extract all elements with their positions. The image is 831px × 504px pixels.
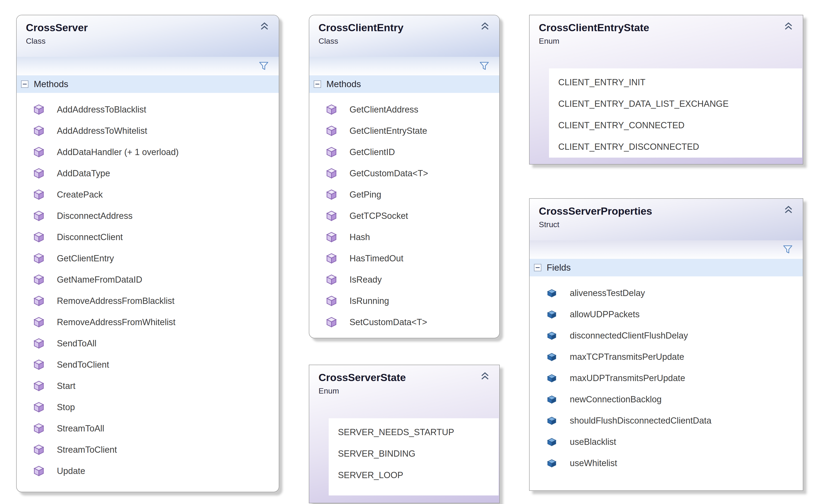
class-box-crosscliententry[interactable]: CrossClientEntry Class Methods GetClient… (309, 15, 500, 338)
section-header-fields[interactable]: Fields (529, 259, 803, 276)
collapse-chevron-icon[interactable] (480, 371, 490, 381)
method-row-label: SendToClient (57, 360, 109, 370)
method-row[interactable]: CreatePack (17, 184, 279, 205)
method-icon (326, 168, 337, 179)
method-row[interactable]: GetClientAddress (309, 99, 499, 120)
method-row-label: IsRunning (349, 296, 389, 306)
struct-box-crossserverproperties[interactable]: CrossServerProperties Struct Fields aliv… (529, 198, 803, 491)
method-icon (33, 253, 45, 264)
field-row-label: newConnectionBacklog (570, 394, 662, 405)
method-icon (326, 189, 337, 200)
filter-icon[interactable] (479, 61, 490, 71)
enum-value-row-label: SERVER_LOOP (338, 470, 403, 480)
field-row[interactable]: alivenessTestDelay (529, 283, 803, 304)
enum-value-row[interactable]: SERVER_NEEDS_STARTUP (338, 421, 498, 443)
method-row[interactable]: AddDataHandler (+ 1 overload) (17, 142, 279, 163)
method-row[interactable]: GetNameFromDataID (17, 269, 279, 290)
enum-box-crossserverstate[interactable]: CrossServerState Enum SERVER_NEEDS_START… (309, 365, 500, 503)
method-row[interactable]: StreamToClient (17, 439, 279, 460)
method-row[interactable]: SendToClient (17, 354, 279, 375)
method-row[interactable]: IsReady (309, 269, 499, 290)
method-icon (33, 466, 45, 476)
box-header[interactable]: CrossServerProperties Struct (529, 199, 803, 240)
method-row[interactable]: GetClientID (309, 142, 499, 163)
box-header[interactable]: CrossClientEntry Class (309, 15, 499, 57)
method-row[interactable]: GetClientEntryState (309, 120, 499, 142)
section-header-methods[interactable]: Methods (309, 75, 499, 93)
box-header[interactable]: CrossClientEntryState Enum (529, 15, 803, 61)
box-kind: Class (26, 36, 279, 46)
field-icon (546, 351, 557, 362)
enum-value-row[interactable]: CLIENT_ENTRY_CONNECTED (558, 115, 802, 136)
method-icon (33, 359, 45, 370)
method-row-label: GetTCPSocket (349, 211, 408, 221)
filter-row (309, 57, 499, 75)
method-row[interactable]: GetTCPSocket (309, 205, 499, 227)
enum-value-row[interactable]: CLIENT_ENTRY_DATA_LIST_EXCHANGE (558, 93, 802, 115)
method-row[interactable]: StreamToAll (17, 418, 279, 439)
field-row[interactable]: disconnectedClientFlushDelay (529, 325, 803, 346)
box-header[interactable]: CrossServer Class (17, 15, 279, 57)
method-row[interactable]: HasTimedOut (309, 248, 499, 269)
method-row[interactable]: GetPing (309, 184, 499, 205)
method-row[interactable]: GetCustomData<T> (309, 163, 499, 184)
method-row[interactable]: SendToAll (17, 333, 279, 354)
field-row[interactable]: shouldFlushDisconnectedClientData (529, 410, 803, 431)
method-icon (33, 317, 45, 328)
enum-value-row[interactable]: CLIENT_ENTRY_DISCONNECTED (558, 136, 802, 157)
collapse-chevron-icon[interactable] (259, 21, 270, 31)
method-row[interactable]: AddAddressToBlacklist (17, 99, 279, 120)
method-row[interactable]: Stop (17, 396, 279, 418)
method-row-label: StreamToAll (57, 423, 104, 434)
field-icon (546, 288, 557, 299)
collapse-chevron-icon[interactable] (480, 21, 490, 31)
collapse-minus-icon[interactable] (21, 80, 29, 88)
enum-value-row[interactable]: SERVER_LOOP (338, 465, 498, 486)
method-icon (326, 125, 337, 136)
field-row[interactable]: allowUDPPackets (529, 304, 803, 325)
box-title: CrossServerProperties (539, 205, 803, 217)
section-label: Methods (326, 79, 361, 89)
method-row[interactable]: AddAddressToWhitelist (17, 120, 279, 142)
field-row[interactable]: newConnectionBacklog (529, 389, 803, 410)
collapse-minus-icon[interactable] (534, 264, 542, 271)
method-icon (33, 147, 45, 157)
method-row[interactable]: RemoveAddressFromBlacklist (17, 290, 279, 312)
method-row-label: GetClientEntry (57, 254, 114, 263)
enum-box-crosscliententrystate[interactable]: CrossClientEntryState Enum CLIENT_ENTRY_… (529, 15, 803, 165)
filter-icon[interactable] (258, 61, 269, 71)
method-row[interactable]: AddDataType (17, 163, 279, 184)
enum-values-panel: CLIENT_ENTRY_INITCLIENT_ENTRY_DATA_LIST_… (549, 68, 802, 157)
method-row[interactable]: DisconnectClient (17, 227, 279, 248)
method-row[interactable]: Hash (309, 227, 499, 248)
method-row-label: DisconnectClient (57, 232, 123, 242)
field-row[interactable]: useWhitelist (529, 452, 803, 474)
method-row-label: Start (57, 381, 75, 391)
method-row[interactable]: RemoveAddressFromWhitelist (17, 312, 279, 333)
method-icon (33, 210, 45, 221)
collapse-minus-icon[interactable] (313, 80, 321, 88)
method-icon (33, 189, 45, 200)
enum-value-row-label: CLIENT_ENTRY_CONNECTED (558, 120, 684, 130)
method-icon (33, 104, 45, 115)
field-row[interactable]: maxTCPTransmitsPerUpdate (529, 346, 803, 367)
method-row[interactable]: Start (17, 375, 279, 396)
filter-icon[interactable] (782, 244, 793, 255)
method-icon (33, 168, 45, 179)
method-row-label: GetNameFromDataID (57, 275, 142, 285)
class-box-crossserver[interactable]: CrossServer Class Methods AddAddressToBl… (16, 15, 279, 492)
collapse-chevron-icon[interactable] (783, 21, 794, 31)
enum-value-row[interactable]: CLIENT_ENTRY_INIT (558, 71, 802, 93)
section-header-methods[interactable]: Methods (17, 75, 279, 93)
enum-value-row[interactable]: SERVER_BINDING (338, 443, 498, 465)
method-row[interactable]: DisconnectAddress (17, 205, 279, 227)
field-row[interactable]: maxUDPTransmitsPerUpdate (529, 367, 803, 389)
method-row[interactable]: Update (17, 460, 279, 482)
collapse-chevron-icon[interactable] (783, 205, 794, 215)
field-row[interactable]: useBlacklist (529, 431, 803, 452)
box-header[interactable]: CrossServerState Enum (309, 365, 499, 411)
method-row[interactable]: GetClientEntry (17, 248, 279, 269)
method-row[interactable]: SetCustomData<T> (309, 312, 499, 333)
method-icon (326, 253, 337, 264)
method-row[interactable]: IsRunning (309, 290, 499, 312)
